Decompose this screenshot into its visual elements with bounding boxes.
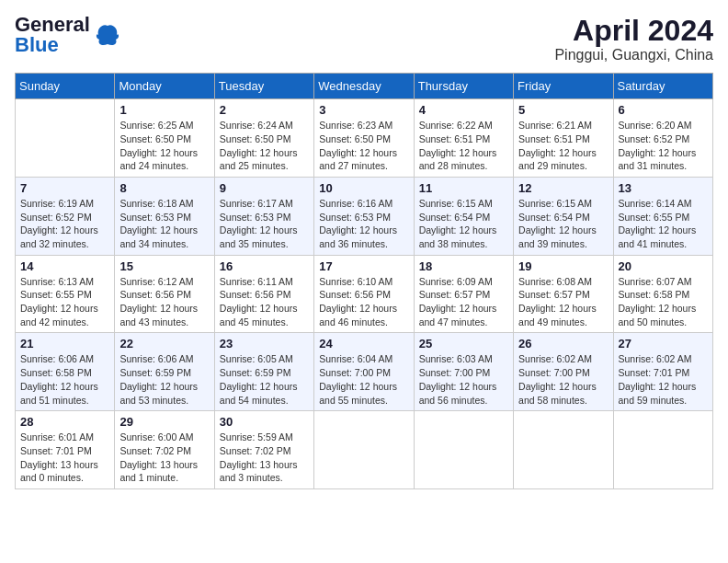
day-number: 27 <box>619 337 708 350</box>
day-info: Sunrise: 6:12 AMSunset: 6:56 PMDaylight:… <box>119 275 209 329</box>
day-number: 3 <box>319 103 408 117</box>
calendar-week-row: 7Sunrise: 6:19 AMSunset: 6:52 PMDaylight… <box>16 177 713 255</box>
day-info: Sunrise: 6:15 AMSunset: 6:54 PMDaylight:… <box>518 197 608 251</box>
day-number: 7 <box>20 181 109 195</box>
day-number: 17 <box>319 259 408 273</box>
day-info: Sunrise: 6:14 AMSunset: 6:55 PMDaylight:… <box>619 197 708 251</box>
day-number: 5 <box>518 103 608 117</box>
calendar-cell: 27Sunrise: 6:02 AMSunset: 7:01 PMDayligh… <box>613 333 712 411</box>
day-info: Sunrise: 6:16 AMSunset: 6:53 PMDaylight:… <box>319 197 408 251</box>
calendar-cell: 22Sunrise: 6:06 AMSunset: 6:59 PMDayligh… <box>115 333 214 411</box>
day-number: 12 <box>518 181 608 195</box>
calendar-cell: 26Sunrise: 6:02 AMSunset: 7:00 PMDayligh… <box>514 333 613 411</box>
day-info: Sunrise: 6:02 AMSunset: 7:01 PMDaylight:… <box>619 352 708 407</box>
day-info: Sunrise: 6:01 AMSunset: 7:01 PMDaylight:… <box>20 431 109 485</box>
calendar-cell <box>514 411 613 489</box>
calendar-cell: 5Sunrise: 6:21 AMSunset: 6:51 PMDaylight… <box>514 99 613 178</box>
day-info: Sunrise: 6:23 AMSunset: 6:50 PMDaylight:… <box>319 119 408 173</box>
calendar-cell: 24Sunrise: 6:04 AMSunset: 7:00 PMDayligh… <box>314 333 414 411</box>
day-number: 11 <box>419 181 508 195</box>
day-number: 29 <box>119 415 209 429</box>
calendar-week-row: 21Sunrise: 6:06 AMSunset: 6:58 PMDayligh… <box>16 333 713 411</box>
logo: General Blue <box>15 15 121 55</box>
calendar-cell: 17Sunrise: 6:10 AMSunset: 6:56 PMDayligh… <box>314 255 414 333</box>
day-number: 4 <box>419 103 508 117</box>
day-number: 22 <box>119 337 209 350</box>
location-title: Pinggui, Guangxi, China <box>554 47 713 63</box>
calendar-cell: 7Sunrise: 6:19 AMSunset: 6:52 PMDaylight… <box>16 177 115 255</box>
calendar-cell: 14Sunrise: 6:13 AMSunset: 6:55 PMDayligh… <box>16 255 115 333</box>
logo-bird-icon <box>94 21 121 49</box>
day-number: 13 <box>619 181 708 195</box>
calendar-week-row: 1Sunrise: 6:25 AMSunset: 6:50 PMDaylight… <box>16 99 713 178</box>
day-number: 15 <box>119 259 209 273</box>
calendar-cell: 21Sunrise: 6:06 AMSunset: 6:58 PMDayligh… <box>16 333 115 411</box>
day-number: 25 <box>419 337 508 350</box>
day-number: 24 <box>319 337 408 350</box>
day-info: Sunrise: 6:06 AMSunset: 6:59 PMDaylight:… <box>119 352 209 407</box>
calendar-header-thursday: Thursday <box>414 74 513 99</box>
day-number: 18 <box>419 259 508 273</box>
logo-text: General Blue <box>15 15 90 55</box>
calendar-header-row: SundayMondayTuesdayWednesdayThursdayFrid… <box>16 74 713 99</box>
day-info: Sunrise: 6:05 AMSunset: 6:59 PMDaylight:… <box>220 352 309 407</box>
logo-blue: Blue <box>15 33 59 56</box>
day-info: Sunrise: 6:00 AMSunset: 7:02 PMDaylight:… <box>119 431 209 485</box>
day-info: Sunrise: 6:15 AMSunset: 6:54 PMDaylight:… <box>419 197 508 251</box>
calendar-cell: 29Sunrise: 6:00 AMSunset: 7:02 PMDayligh… <box>115 411 214 489</box>
calendar-cell: 19Sunrise: 6:08 AMSunset: 6:57 PMDayligh… <box>514 255 613 333</box>
calendar-cell: 3Sunrise: 6:23 AMSunset: 6:50 PMDaylight… <box>314 99 414 178</box>
day-number: 19 <box>518 259 608 273</box>
day-info: Sunrise: 6:10 AMSunset: 6:56 PMDaylight:… <box>319 275 408 329</box>
day-info: Sunrise: 6:11 AMSunset: 6:56 PMDaylight:… <box>220 275 309 329</box>
calendar-cell: 20Sunrise: 6:07 AMSunset: 6:58 PMDayligh… <box>613 255 712 333</box>
calendar-header-monday: Monday <box>115 74 214 99</box>
month-title: April 2024 <box>554 15 713 47</box>
calendar-cell: 18Sunrise: 6:09 AMSunset: 6:57 PMDayligh… <box>414 255 513 333</box>
title-block: April 2024 Pinggui, Guangxi, China <box>554 15 713 63</box>
calendar-cell: 25Sunrise: 6:03 AMSunset: 7:00 PMDayligh… <box>414 333 513 411</box>
calendar-cell: 30Sunrise: 5:59 AMSunset: 7:02 PMDayligh… <box>214 411 313 489</box>
calendar-header-friday: Friday <box>514 74 613 99</box>
calendar-cell <box>414 411 513 489</box>
calendar-cell: 28Sunrise: 6:01 AMSunset: 7:01 PMDayligh… <box>16 411 115 489</box>
calendar-cell: 2Sunrise: 6:24 AMSunset: 6:50 PMDaylight… <box>214 99 313 178</box>
calendar-cell: 9Sunrise: 6:17 AMSunset: 6:53 PMDaylight… <box>214 177 313 255</box>
day-number: 2 <box>220 103 309 117</box>
calendar-cell: 8Sunrise: 6:18 AMSunset: 6:53 PMDaylight… <box>115 177 214 255</box>
calendar-week-row: 28Sunrise: 6:01 AMSunset: 7:01 PMDayligh… <box>16 411 713 489</box>
page-header: General Blue April 2024 Pinggui, Guangxi… <box>15 15 713 63</box>
calendar-cell: 6Sunrise: 6:20 AMSunset: 6:52 PMDaylight… <box>613 99 712 178</box>
day-info: Sunrise: 6:19 AMSunset: 6:52 PMDaylight:… <box>20 197 109 251</box>
day-info: Sunrise: 6:20 AMSunset: 6:52 PMDaylight:… <box>619 119 708 173</box>
day-number: 14 <box>20 259 109 273</box>
calendar-header-tuesday: Tuesday <box>214 74 313 99</box>
day-number: 10 <box>319 181 408 195</box>
calendar-week-row: 14Sunrise: 6:13 AMSunset: 6:55 PMDayligh… <box>16 255 713 333</box>
calendar-cell: 15Sunrise: 6:12 AMSunset: 6:56 PMDayligh… <box>115 255 214 333</box>
day-number: 23 <box>220 337 309 350</box>
day-number: 26 <box>518 337 608 350</box>
calendar-cell: 1Sunrise: 6:25 AMSunset: 6:50 PMDaylight… <box>115 99 214 178</box>
calendar-header-sunday: Sunday <box>16 74 115 99</box>
calendar-cell: 4Sunrise: 6:22 AMSunset: 6:51 PMDaylight… <box>414 99 513 178</box>
day-info: Sunrise: 6:17 AMSunset: 6:53 PMDaylight:… <box>220 197 309 251</box>
day-info: Sunrise: 6:02 AMSunset: 7:00 PMDaylight:… <box>518 352 608 407</box>
day-info: Sunrise: 6:08 AMSunset: 6:57 PMDaylight:… <box>518 275 608 329</box>
calendar-header-saturday: Saturday <box>613 74 712 99</box>
calendar-cell: 12Sunrise: 6:15 AMSunset: 6:54 PMDayligh… <box>514 177 613 255</box>
day-number: 9 <box>220 181 309 195</box>
day-info: Sunrise: 6:21 AMSunset: 6:51 PMDaylight:… <box>518 119 608 173</box>
day-number: 30 <box>220 415 309 429</box>
day-info: Sunrise: 5:59 AMSunset: 7:02 PMDaylight:… <box>220 431 309 485</box>
day-info: Sunrise: 6:18 AMSunset: 6:53 PMDaylight:… <box>119 197 209 251</box>
calendar-cell: 11Sunrise: 6:15 AMSunset: 6:54 PMDayligh… <box>414 177 513 255</box>
day-info: Sunrise: 6:03 AMSunset: 7:00 PMDaylight:… <box>419 352 508 407</box>
day-number: 8 <box>119 181 209 195</box>
calendar-cell: 23Sunrise: 6:05 AMSunset: 6:59 PMDayligh… <box>214 333 313 411</box>
day-info: Sunrise: 6:06 AMSunset: 6:58 PMDaylight:… <box>20 352 109 407</box>
day-info: Sunrise: 6:07 AMSunset: 6:58 PMDaylight:… <box>619 275 708 329</box>
day-number: 28 <box>20 415 109 429</box>
day-number: 16 <box>220 259 309 273</box>
calendar-cell: 10Sunrise: 6:16 AMSunset: 6:53 PMDayligh… <box>314 177 414 255</box>
